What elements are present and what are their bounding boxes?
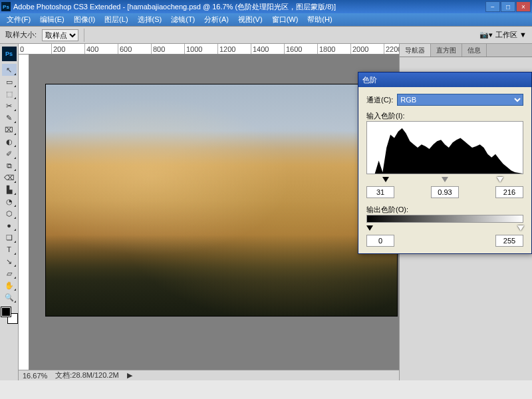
input-levels-label: 输入色阶(I):: [366, 112, 404, 120]
ruler-vertical: [19, 55, 29, 370]
input-gamma[interactable]: [431, 186, 459, 198]
zoom-level[interactable]: 16.67%: [23, 372, 47, 380]
levels-dialog: 色阶 通道(C): RGB 输入色阶(I): 输出色阶(O):: [358, 72, 532, 254]
channel-select[interactable]: RGB: [397, 94, 523, 106]
maximize-button[interactable]: □: [501, 1, 515, 12]
tool-button[interactable]: ⬚: [2, 88, 17, 100]
menu-item[interactable]: 编辑(E): [36, 13, 68, 26]
menu-item[interactable]: 滤镜(T): [167, 13, 199, 26]
doc-size: 文档:28.8M/120.2M: [55, 370, 118, 380]
tool-button[interactable]: ❏: [2, 231, 17, 243]
panel-tab[interactable]: 导航器: [400, 44, 431, 57]
app-icon: Ps: [1, 2, 11, 11]
tool-button[interactable]: ⧉: [2, 160, 17, 172]
input-black[interactable]: [366, 186, 394, 198]
output-levels-label: 输出色阶(O):: [366, 205, 408, 213]
sample-select[interactable]: 取样点: [42, 29, 78, 41]
menu-item[interactable]: 图层(L): [100, 13, 132, 26]
output-sliders[interactable]: [366, 225, 523, 232]
menu-item[interactable]: 图像(I): [70, 13, 99, 26]
tool-button[interactable]: ✋: [2, 279, 17, 291]
status-arrow[interactable]: ▶: [127, 371, 132, 380]
dialog-title: 色阶: [358, 72, 531, 87]
tool-button[interactable]: ▙: [2, 184, 17, 196]
color-swatches[interactable]: [1, 307, 17, 323]
output-gradient: [366, 215, 523, 223]
panel-tab[interactable]: 直方图: [431, 44, 462, 57]
menu-item[interactable]: 选择(S): [134, 13, 166, 26]
separator: [84, 29, 84, 42]
workspace-menu[interactable]: 工作区 ▼: [495, 30, 527, 40]
tool-button[interactable]: ◔: [2, 196, 17, 207]
sample-label: 取样大小:: [5, 30, 37, 40]
tool-button[interactable]: ⌧: [2, 124, 17, 136]
tool-button[interactable]: ✐: [2, 148, 17, 160]
tool-button[interactable]: ⬡: [2, 207, 17, 219]
tool-button[interactable]: ●: [2, 219, 17, 231]
input-white[interactable]: [495, 186, 523, 198]
ruler-horizontal: 0200400600800100012001400160018002000220…: [19, 44, 399, 55]
menu-item[interactable]: 文件(F): [3, 13, 35, 26]
menu-item[interactable]: 帮助(H): [303, 13, 336, 26]
window-title: Adobe Photoshop CS3 Extended - [hamabaji…: [13, 2, 485, 12]
tool-button[interactable]: ↘: [2, 255, 17, 267]
tool-button[interactable]: ✎: [2, 112, 17, 124]
icon-button[interactable]: 📷▾: [479, 31, 493, 39]
histogram: [366, 121, 523, 174]
menu-item[interactable]: 分析(A): [200, 13, 233, 26]
close-button[interactable]: ×: [516, 1, 531, 12]
tool-button[interactable]: ✂: [2, 100, 17, 112]
minimize-button[interactable]: −: [485, 1, 500, 12]
tool-button[interactable]: ▭: [2, 76, 17, 88]
panel-tab[interactable]: 信息: [462, 44, 487, 57]
channel-label: 通道(C):: [366, 95, 393, 105]
document-canvas[interactable]: [45, 84, 398, 317]
menu-item[interactable]: 窗口(W): [268, 13, 303, 26]
tool-button[interactable]: ↖: [2, 64, 17, 76]
tool-button[interactable]: 🔍: [2, 291, 17, 303]
menu-item[interactable]: 视图(V): [234, 13, 267, 26]
tool-button[interactable]: ▱: [2, 267, 17, 279]
output-white[interactable]: [495, 235, 523, 247]
input-sliders[interactable]: [366, 177, 523, 184]
tool-button[interactable]: ⌫: [2, 172, 17, 184]
tool-button[interactable]: T: [2, 243, 17, 255]
tool-button[interactable]: ◐: [2, 136, 17, 148]
output-black[interactable]: [366, 235, 394, 247]
ps-logo: Ps: [2, 47, 17, 61]
